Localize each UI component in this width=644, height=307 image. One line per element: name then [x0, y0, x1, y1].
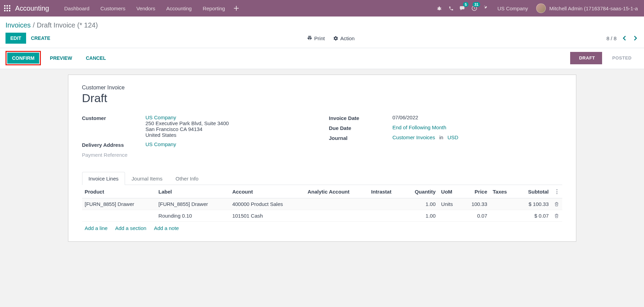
doc-title: Draft [82, 91, 562, 105]
activities-badge: 31 [473, 2, 480, 7]
status-bar: CONFIRM PREVIEW CANCEL DRAFT POSTED [0, 48, 644, 69]
col-taxes: Taxes [490, 185, 517, 198]
tabs: Invoice Lines Journal Items Other Info [82, 172, 562, 185]
cell-subtotal: $ 0.07 [517, 210, 552, 222]
print-icon [307, 36, 312, 41]
pager-prev[interactable] [621, 35, 628, 42]
col-account: Account [229, 185, 305, 198]
svg-rect-7 [7, 10, 8, 11]
messages-icon[interactable]: 5 [457, 0, 468, 17]
invoice-date-value: 07/06/2022 [393, 114, 562, 120]
col-quantity: Quantity [403, 185, 438, 198]
user-name: Mitchell Admin (17163784-saas-15-1-a [549, 6, 638, 11]
add-line[interactable]: Add a line [85, 225, 108, 231]
confirm-highlight: CONFIRM [5, 51, 41, 65]
cell-intrastat [368, 198, 403, 210]
customer-addr2: San Francisco CA 94134 [146, 126, 315, 132]
phone-icon[interactable] [445, 0, 457, 17]
user-menu[interactable]: Mitchell Admin (17163784-saas-15-1-a [533, 3, 641, 13]
nav-customers[interactable]: Customers [95, 0, 131, 17]
cell-quantity: 1.00 [403, 198, 438, 210]
cell-product: [FURN_8855] Drawer [82, 198, 156, 210]
control-panel: Invoices / Draft Invoice (* 124) EDIT CR… [0, 17, 644, 48]
nav-reporting[interactable]: Reporting [197, 0, 230, 17]
svg-rect-6 [4, 10, 5, 11]
delete-row-icon[interactable] [554, 213, 560, 218]
cell-taxes [490, 210, 517, 222]
nav-dashboard[interactable]: Dashboard [59, 0, 95, 17]
status-draft[interactable]: DRAFT [570, 52, 602, 64]
table-row[interactable]: [FURN_8855] Drawer [FURN_8855] Drawer 40… [82, 198, 562, 210]
col-label: Label [156, 185, 229, 198]
bug-icon[interactable] [433, 0, 445, 17]
messages-badge: 5 [463, 2, 468, 7]
tab-other-info[interactable]: Other Info [169, 172, 205, 185]
cell-product [82, 210, 156, 222]
invoice-lines-table: Product Label Account Analytic Account I… [82, 185, 562, 222]
company-switcher[interactable]: US Company [492, 6, 533, 11]
cell-analytic [305, 198, 368, 210]
svg-rect-8 [9, 10, 10, 11]
pager: 8 / 8 [607, 35, 639, 42]
edit-button[interactable]: EDIT [5, 33, 26, 44]
nav-accounting[interactable]: Accounting [161, 0, 197, 17]
breadcrumb-sep: / [33, 21, 35, 29]
svg-rect-1 [7, 5, 8, 7]
cell-subtotal: $ 100.33 [517, 198, 552, 210]
breadcrumb-root[interactable]: Invoices [5, 21, 31, 29]
add-note[interactable]: Add a note [154, 225, 179, 231]
app-brand[interactable]: Accounting [15, 4, 49, 12]
columns-menu[interactable]: ⋮ [554, 188, 560, 194]
cell-analytic [305, 210, 368, 222]
top-nav: Accounting Dashboard Customers Vendors A… [0, 0, 644, 17]
cell-label: [FURN_8855] Drawer [156, 198, 229, 210]
col-intrastat: Intrastat [368, 185, 403, 198]
cell-intrastat [368, 210, 403, 222]
add-section[interactable]: Add a section [115, 225, 146, 231]
delivery-link[interactable]: US Company [146, 141, 176, 147]
activities-icon[interactable]: 31 [468, 0, 480, 17]
svg-line-13 [437, 8, 438, 8]
customer-label: Customer [82, 114, 146, 121]
preview-button[interactable]: PREVIEW [45, 53, 77, 64]
payment-ref-label: Payment Reference [82, 151, 146, 158]
journal-in: in [439, 134, 443, 140]
cancel-button[interactable]: CANCEL [81, 53, 111, 64]
tab-journal-items[interactable]: Journal Items [125, 172, 169, 185]
cell-account: 400000 Product Sales [229, 198, 305, 210]
cell-price: 100.33 [462, 198, 490, 210]
create-button[interactable]: CREATE [26, 33, 55, 44]
due-date-link[interactable]: End of Following Month [393, 124, 447, 130]
cell-uom [438, 210, 461, 222]
cell-label: Rounding 0.10 [156, 210, 229, 222]
delete-row-icon[interactable] [554, 202, 560, 207]
chevron-left-icon [623, 35, 626, 41]
cell-account: 101501 Cash [229, 210, 305, 222]
pager-next[interactable] [632, 35, 639, 42]
cell-taxes [490, 198, 517, 210]
breadcrumb: Invoices / Draft Invoice (* 124) [0, 17, 644, 31]
confirm-button[interactable]: CONFIRM [7, 53, 39, 64]
tools-icon[interactable] [480, 0, 492, 17]
svg-rect-3 [4, 8, 5, 9]
action-dropdown[interactable]: Action [333, 35, 355, 41]
svg-line-15 [437, 9, 438, 10]
plus-icon[interactable] [230, 0, 242, 17]
invoice-date-label: Invoice Date [329, 114, 393, 121]
customer-link[interactable]: US Company [146, 114, 315, 120]
status-posted[interactable]: POSTED [602, 52, 639, 64]
breadcrumb-current: Draft Invoice (* 124) [37, 21, 98, 29]
journal-link[interactable]: Customer Invoices [393, 134, 435, 140]
svg-rect-0 [4, 5, 5, 7]
svg-line-14 [440, 8, 441, 8]
journal-currency[interactable]: USD [448, 134, 459, 140]
tab-invoice-lines[interactable]: Invoice Lines [82, 172, 125, 185]
nav-vendors[interactable]: Vendors [131, 0, 161, 17]
apps-icon[interactable] [3, 4, 11, 12]
pager-text: 8 / 8 [607, 35, 617, 41]
col-price: Price [462, 185, 490, 198]
table-row[interactable]: Rounding 0.10 101501 Cash 1.00 0.07 $ 0.… [82, 210, 562, 222]
avatar [536, 3, 546, 13]
print-action[interactable]: Print [307, 35, 325, 41]
col-product: Product [82, 185, 156, 198]
